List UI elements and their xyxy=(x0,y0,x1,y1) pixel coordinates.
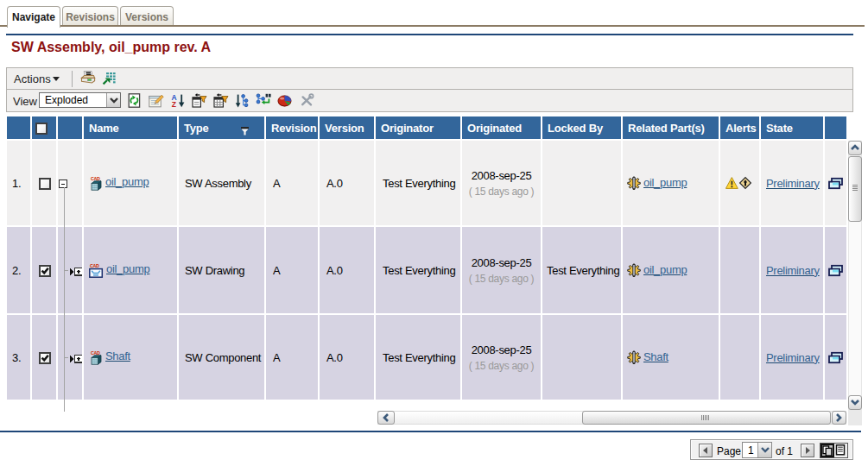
svg-text:CAD: CAD xyxy=(90,263,99,268)
svg-text:CAD: CAD xyxy=(91,350,100,356)
svg-text:Z: Z xyxy=(172,100,176,108)
svg-text:CAD: CAD xyxy=(91,176,100,181)
